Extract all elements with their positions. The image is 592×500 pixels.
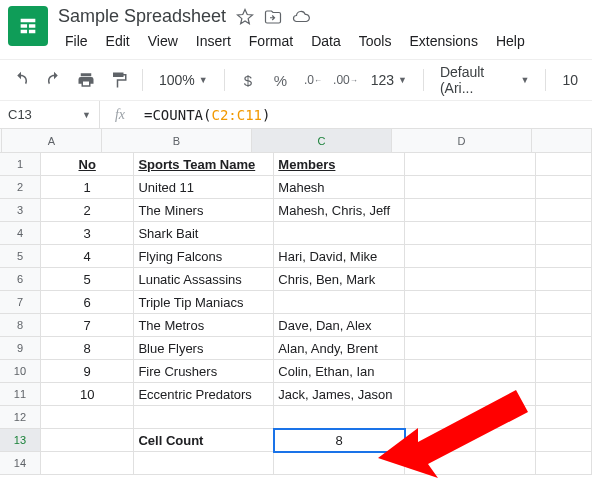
cell[interactable] [536,245,592,268]
menu-view[interactable]: View [141,29,185,53]
cell[interactable]: Mahesh, Chris, Jeff [274,199,405,222]
cell[interactable] [405,452,536,475]
redo-button[interactable] [41,66,68,94]
row-head[interactable]: 8 [0,314,41,337]
active-cell[interactable]: 8 [274,429,405,452]
cell[interactable] [536,406,592,429]
cell[interactable]: Hari, David, Mike [274,245,405,268]
cell[interactable]: 1 [41,176,135,199]
cell[interactable]: Blue Flyers [134,337,274,360]
menu-format[interactable]: Format [242,29,300,53]
paint-format-button[interactable] [106,66,133,94]
menu-help[interactable]: Help [489,29,532,53]
percent-button[interactable]: % [267,66,294,94]
cell[interactable] [274,291,405,314]
cell[interactable]: Chris, Ben, Mark [274,268,405,291]
cell[interactable] [405,314,536,337]
row-head[interactable]: 10 [0,360,41,383]
row-head[interactable]: 11 [0,383,41,406]
doc-title[interactable]: Sample Spreadsheet [58,6,226,27]
row-head[interactable]: 3 [0,199,41,222]
cell[interactable] [405,429,536,452]
cell[interactable] [536,360,592,383]
cell[interactable] [41,429,135,452]
cell[interactable]: Eccentric Predators [134,383,274,406]
menu-insert[interactable]: Insert [189,29,238,53]
row-head[interactable]: 13 [0,429,41,452]
cell[interactable]: The Miners [134,199,274,222]
cell[interactable] [536,176,592,199]
row-head[interactable]: 9 [0,337,41,360]
undo-button[interactable] [8,66,35,94]
currency-button[interactable]: $ [235,66,262,94]
row-head[interactable]: 4 [0,222,41,245]
cell[interactable] [536,452,592,475]
formula-input[interactable]: =COUNTA(C2:C11) [140,107,592,123]
cell[interactable] [405,199,536,222]
format-dropdown[interactable]: 123 ▼ [365,72,413,88]
cell[interactable]: Jack, James, Jason [274,383,405,406]
cell[interactable]: Lunatic Assassins [134,268,274,291]
cell[interactable]: 2 [41,199,135,222]
cell[interactable]: Members [274,153,405,176]
cell[interactable] [274,222,405,245]
cell[interactable] [405,383,536,406]
cell[interactable]: 10 [41,383,135,406]
cell[interactable] [405,360,536,383]
cell[interactable]: The Metros [134,314,274,337]
cell[interactable]: Fire Crushers [134,360,274,383]
cell[interactable] [536,268,592,291]
cell[interactable] [405,406,536,429]
cell[interactable] [405,291,536,314]
cell[interactable]: 9 [41,360,135,383]
cell[interactable] [536,337,592,360]
row-head[interactable]: 5 [0,245,41,268]
cell[interactable] [134,452,274,475]
star-icon[interactable] [236,8,254,26]
col-head-D[interactable]: D [392,129,532,153]
cell[interactable] [536,222,592,245]
row-head[interactable]: 7 [0,291,41,314]
row-head[interactable]: 14 [0,452,41,475]
menu-extensions[interactable]: Extensions [402,29,484,53]
cell[interactable]: United 11 [134,176,274,199]
col-head-C[interactable]: C [252,129,392,153]
cell[interactable] [41,406,135,429]
row-head[interactable]: 12 [0,406,41,429]
cell[interactable] [405,337,536,360]
cell[interactable]: 8 [41,337,135,360]
cell[interactable] [405,245,536,268]
cell[interactable] [536,153,592,176]
move-icon[interactable] [264,8,282,26]
col-head-A[interactable]: A [2,129,102,153]
col-head-E[interactable] [532,129,592,153]
row-head[interactable]: 6 [0,268,41,291]
cell[interactable]: Sports Team Name [134,153,274,176]
row-head[interactable]: 2 [0,176,41,199]
zoom-dropdown[interactable]: 100% ▼ [153,72,214,88]
menu-tools[interactable]: Tools [352,29,399,53]
cell[interactable] [274,452,405,475]
print-button[interactable] [73,66,100,94]
menu-file[interactable]: File [58,29,95,53]
cell[interactable]: Alan, Andy, Brent [274,337,405,360]
cell[interactable] [536,429,592,452]
col-head-B[interactable]: B [102,129,252,153]
cell[interactable] [134,406,274,429]
cell[interactable]: Dave, Dan, Alex [274,314,405,337]
cell[interactable]: Flying Falcons [134,245,274,268]
cell[interactable]: Triple Tip Maniacs [134,291,274,314]
cell[interactable]: Mahesh [274,176,405,199]
name-box[interactable]: C13▼ [0,101,100,128]
cloud-status-icon[interactable] [292,8,310,26]
sheets-logo[interactable] [8,6,48,46]
cell[interactable]: Cell Count [134,429,274,452]
font-dropdown[interactable]: Default (Ari... ▼ [434,64,536,96]
menu-edit[interactable]: Edit [99,29,137,53]
decrease-decimal-button[interactable]: .0← [300,66,327,94]
cell[interactable]: 4 [41,245,135,268]
cell[interactable] [405,176,536,199]
cell[interactable] [274,406,405,429]
font-size-dropdown[interactable]: 10 [556,72,584,88]
menu-data[interactable]: Data [304,29,348,53]
